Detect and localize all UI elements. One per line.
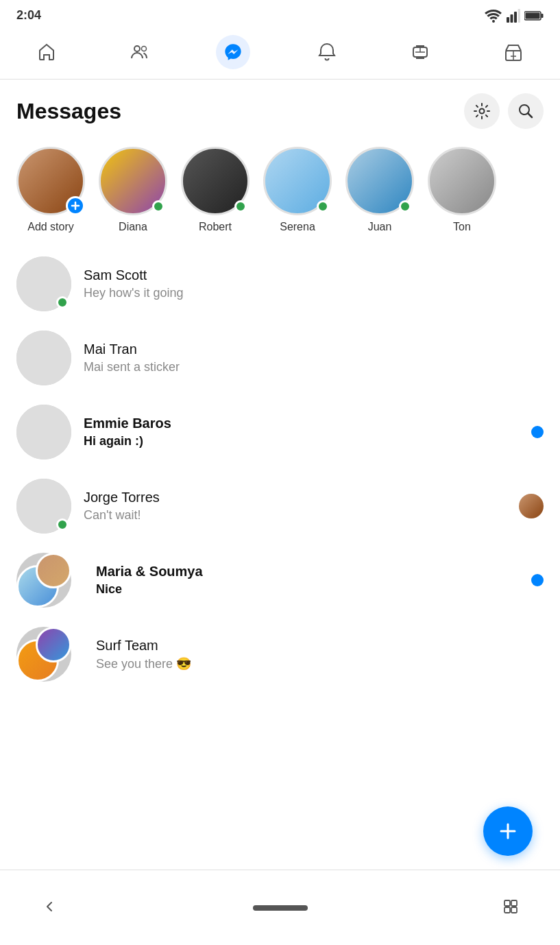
- search-icon: [517, 102, 535, 120]
- sender-avatar-jorge: [519, 494, 544, 518]
- message-item-emmie[interactable]: Emmie Baros Hi again :): [16, 395, 544, 469]
- svg-point-8: [142, 47, 147, 51]
- online-indicator: [56, 518, 69, 531]
- gear-icon: [473, 102, 491, 120]
- message-preview-maria: Nice: [96, 582, 531, 597]
- story-label-ton: Ton: [453, 221, 471, 233]
- settings-button[interactable]: [464, 93, 500, 129]
- back-button[interactable]: [41, 898, 58, 918]
- recent-apps-button[interactable]: [502, 898, 519, 918]
- plus-icon: [497, 820, 519, 842]
- svg-rect-0: [507, 17, 509, 23]
- nav-watch[interactable]: [403, 35, 437, 69]
- story-robert[interactable]: Robert: [181, 147, 249, 233]
- message-preview-mai: Mai sent a sticker: [84, 360, 544, 374]
- story-label-add: Add story: [27, 221, 74, 233]
- nav-notifications[interactable]: [310, 35, 344, 69]
- svg-rect-14: [511, 900, 517, 906]
- story-label-robert: Robert: [199, 221, 232, 233]
- story-serena[interactable]: Serena: [263, 147, 332, 233]
- header-actions: [464, 93, 544, 129]
- status-bar: 2:04: [0, 0, 560, 28]
- message-item-jorge[interactable]: Jorge Torres Can't wait!: [16, 469, 544, 543]
- message-item-mai[interactable]: Mai Tran Mai sent a sticker: [16, 321, 544, 395]
- nav-marketplace[interactable]: [496, 35, 531, 69]
- nav-people[interactable]: [123, 35, 157, 69]
- story-add[interactable]: Add story: [16, 147, 85, 233]
- message-name-sam: Sam Scott: [84, 267, 544, 283]
- online-indicator: [234, 200, 247, 213]
- signal-icon: [507, 9, 520, 23]
- message-item-maria[interactable]: Maria & Soumya Nice: [16, 543, 544, 617]
- svg-rect-2: [514, 12, 517, 23]
- add-story-button[interactable]: [66, 196, 85, 215]
- online-indicator: [399, 200, 411, 213]
- svg-rect-1: [511, 14, 513, 23]
- message-name-maria: Maria & Soumya: [96, 564, 531, 579]
- story-label-diana: Diana: [119, 221, 147, 233]
- nav-messenger[interactable]: [216, 35, 250, 69]
- message-name-surf: Surf Team: [96, 638, 544, 654]
- message-name-mai: Mai Tran: [84, 342, 544, 357]
- story-label-juan: Juan: [368, 221, 392, 233]
- svg-rect-13: [504, 900, 510, 906]
- online-indicator: [317, 200, 329, 213]
- online-indicator: [152, 200, 165, 213]
- new-message-fab[interactable]: [483, 806, 533, 856]
- story-ton[interactable]: Ton: [428, 147, 496, 233]
- svg-rect-3: [518, 9, 521, 23]
- svg-point-11: [480, 109, 485, 114]
- home-indicator[interactable]: [253, 905, 308, 911]
- page-title: Messages: [16, 99, 121, 124]
- wifi-icon: [485, 9, 502, 23]
- messages-list: Sam Scott Hey how's it going Mai Tran Ma…: [0, 247, 560, 691]
- bottom-bar: [0, 870, 560, 945]
- messages-header: Messages: [0, 80, 560, 140]
- battery-icon: [524, 10, 544, 21]
- message-content-maria: Maria & Soumya Nice: [96, 564, 531, 597]
- message-content-mai: Mai Tran Mai sent a sticker: [84, 342, 544, 374]
- nav-home[interactable]: [29, 35, 64, 69]
- message-preview-sam: Hey how's it going: [84, 286, 544, 300]
- unread-indicator-emmie: [531, 426, 544, 438]
- message-preview-emmie: Hi again :): [84, 434, 531, 448]
- nav-bar: [0, 28, 560, 80]
- message-content-jorge: Jorge Torres Can't wait!: [84, 490, 519, 523]
- svg-rect-16: [511, 907, 517, 913]
- message-content-emmie: Emmie Baros Hi again :): [84, 416, 531, 448]
- message-content-sam: Sam Scott Hey how's it going: [84, 267, 544, 300]
- message-item-sam[interactable]: Sam Scott Hey how's it going: [16, 247, 544, 321]
- phone-frame: 2:04: [0, 0, 560, 945]
- svg-rect-6: [526, 12, 540, 19]
- online-indicator: [56, 296, 69, 309]
- search-button[interactable]: [508, 93, 544, 129]
- message-item-surf[interactable]: Surf Team See you there 😎: [16, 617, 544, 691]
- story-diana[interactable]: Diana: [99, 147, 167, 233]
- story-juan[interactable]: Juan: [345, 147, 414, 233]
- svg-point-7: [134, 46, 140, 51]
- message-name-jorge: Jorge Torres: [84, 490, 519, 505]
- story-label-serena: Serena: [280, 221, 315, 233]
- status-time: 2:04: [16, 8, 41, 23]
- status-icons: [485, 9, 544, 23]
- svg-rect-15: [504, 907, 510, 913]
- message-name-emmie: Emmie Baros: [84, 416, 531, 431]
- stories-section: Add story Diana Robert Serena: [0, 140, 560, 247]
- message-preview-jorge: Can't wait!: [84, 508, 519, 523]
- svg-rect-5: [541, 14, 544, 18]
- message-content-surf: Surf Team See you there 😎: [96, 638, 544, 671]
- unread-indicator-maria: [531, 574, 544, 586]
- message-preview-surf: See you there 😎: [96, 656, 544, 671]
